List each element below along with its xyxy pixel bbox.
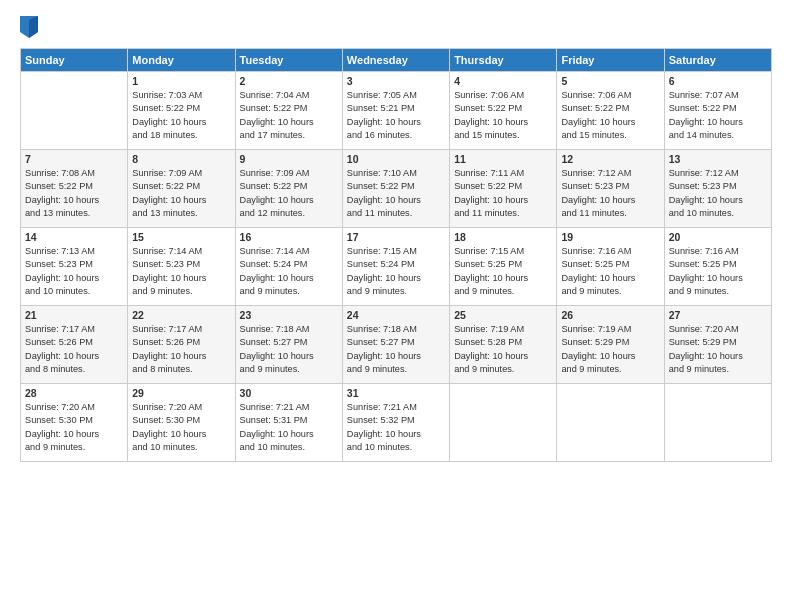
calendar-cell: 11Sunrise: 7:11 AM Sunset: 5:22 PM Dayli… bbox=[450, 150, 557, 228]
calendar-cell: 2Sunrise: 7:04 AM Sunset: 5:22 PM Daylig… bbox=[235, 72, 342, 150]
calendar-cell: 28Sunrise: 7:20 AM Sunset: 5:30 PM Dayli… bbox=[21, 384, 128, 462]
day-number: 3 bbox=[347, 75, 445, 87]
day-number: 16 bbox=[240, 231, 338, 243]
day-info: Sunrise: 7:19 AM Sunset: 5:29 PM Dayligh… bbox=[561, 323, 659, 376]
day-number: 1 bbox=[132, 75, 230, 87]
calendar-cell: 31Sunrise: 7:21 AM Sunset: 5:32 PM Dayli… bbox=[342, 384, 449, 462]
calendar-cell: 6Sunrise: 7:07 AM Sunset: 5:22 PM Daylig… bbox=[664, 72, 771, 150]
calendar-cell bbox=[21, 72, 128, 150]
day-number: 11 bbox=[454, 153, 552, 165]
day-info: Sunrise: 7:20 AM Sunset: 5:30 PM Dayligh… bbox=[25, 401, 123, 454]
weekday-header: Sunday bbox=[21, 49, 128, 72]
day-number: 30 bbox=[240, 387, 338, 399]
calendar-week-row: 14Sunrise: 7:13 AM Sunset: 5:23 PM Dayli… bbox=[21, 228, 772, 306]
day-number: 15 bbox=[132, 231, 230, 243]
calendar-cell bbox=[450, 384, 557, 462]
calendar-cell: 29Sunrise: 7:20 AM Sunset: 5:30 PM Dayli… bbox=[128, 384, 235, 462]
day-number: 23 bbox=[240, 309, 338, 321]
calendar-cell: 21Sunrise: 7:17 AM Sunset: 5:26 PM Dayli… bbox=[21, 306, 128, 384]
calendar-cell: 25Sunrise: 7:19 AM Sunset: 5:28 PM Dayli… bbox=[450, 306, 557, 384]
day-info: Sunrise: 7:11 AM Sunset: 5:22 PM Dayligh… bbox=[454, 167, 552, 220]
day-number: 26 bbox=[561, 309, 659, 321]
day-number: 28 bbox=[25, 387, 123, 399]
day-info: Sunrise: 7:18 AM Sunset: 5:27 PM Dayligh… bbox=[347, 323, 445, 376]
day-info: Sunrise: 7:14 AM Sunset: 5:23 PM Dayligh… bbox=[132, 245, 230, 298]
calendar-cell: 9Sunrise: 7:09 AM Sunset: 5:22 PM Daylig… bbox=[235, 150, 342, 228]
logo bbox=[20, 16, 42, 38]
day-number: 8 bbox=[132, 153, 230, 165]
calendar-cell: 10Sunrise: 7:10 AM Sunset: 5:22 PM Dayli… bbox=[342, 150, 449, 228]
day-number: 24 bbox=[347, 309, 445, 321]
calendar-cell: 7Sunrise: 7:08 AM Sunset: 5:22 PM Daylig… bbox=[21, 150, 128, 228]
day-info: Sunrise: 7:21 AM Sunset: 5:32 PM Dayligh… bbox=[347, 401, 445, 454]
calendar-cell: 26Sunrise: 7:19 AM Sunset: 5:29 PM Dayli… bbox=[557, 306, 664, 384]
day-number: 18 bbox=[454, 231, 552, 243]
calendar-cell bbox=[664, 384, 771, 462]
day-info: Sunrise: 7:09 AM Sunset: 5:22 PM Dayligh… bbox=[240, 167, 338, 220]
day-number: 17 bbox=[347, 231, 445, 243]
day-number: 19 bbox=[561, 231, 659, 243]
calendar-cell: 12Sunrise: 7:12 AM Sunset: 5:23 PM Dayli… bbox=[557, 150, 664, 228]
calendar-cell: 14Sunrise: 7:13 AM Sunset: 5:23 PM Dayli… bbox=[21, 228, 128, 306]
header-row: SundayMondayTuesdayWednesdayThursdayFrid… bbox=[21, 49, 772, 72]
day-info: Sunrise: 7:12 AM Sunset: 5:23 PM Dayligh… bbox=[669, 167, 767, 220]
calendar-cell: 23Sunrise: 7:18 AM Sunset: 5:27 PM Dayli… bbox=[235, 306, 342, 384]
day-info: Sunrise: 7:12 AM Sunset: 5:23 PM Dayligh… bbox=[561, 167, 659, 220]
calendar-table: SundayMondayTuesdayWednesdayThursdayFrid… bbox=[20, 48, 772, 462]
calendar-cell: 27Sunrise: 7:20 AM Sunset: 5:29 PM Dayli… bbox=[664, 306, 771, 384]
day-info: Sunrise: 7:16 AM Sunset: 5:25 PM Dayligh… bbox=[561, 245, 659, 298]
day-info: Sunrise: 7:03 AM Sunset: 5:22 PM Dayligh… bbox=[132, 89, 230, 142]
day-info: Sunrise: 7:06 AM Sunset: 5:22 PM Dayligh… bbox=[454, 89, 552, 142]
day-number: 2 bbox=[240, 75, 338, 87]
calendar-cell: 22Sunrise: 7:17 AM Sunset: 5:26 PM Dayli… bbox=[128, 306, 235, 384]
day-number: 20 bbox=[669, 231, 767, 243]
day-number: 21 bbox=[25, 309, 123, 321]
day-number: 31 bbox=[347, 387, 445, 399]
calendar-cell: 24Sunrise: 7:18 AM Sunset: 5:27 PM Dayli… bbox=[342, 306, 449, 384]
calendar-cell: 30Sunrise: 7:21 AM Sunset: 5:31 PM Dayli… bbox=[235, 384, 342, 462]
weekday-header: Monday bbox=[128, 49, 235, 72]
calendar-cell: 16Sunrise: 7:14 AM Sunset: 5:24 PM Dayli… bbox=[235, 228, 342, 306]
day-number: 7 bbox=[25, 153, 123, 165]
weekday-header: Tuesday bbox=[235, 49, 342, 72]
day-number: 29 bbox=[132, 387, 230, 399]
calendar-week-row: 7Sunrise: 7:08 AM Sunset: 5:22 PM Daylig… bbox=[21, 150, 772, 228]
day-info: Sunrise: 7:06 AM Sunset: 5:22 PM Dayligh… bbox=[561, 89, 659, 142]
day-info: Sunrise: 7:15 AM Sunset: 5:25 PM Dayligh… bbox=[454, 245, 552, 298]
logo-icon bbox=[20, 16, 38, 38]
day-number: 12 bbox=[561, 153, 659, 165]
day-info: Sunrise: 7:20 AM Sunset: 5:30 PM Dayligh… bbox=[132, 401, 230, 454]
day-number: 13 bbox=[669, 153, 767, 165]
day-number: 6 bbox=[669, 75, 767, 87]
header bbox=[20, 16, 772, 38]
day-number: 14 bbox=[25, 231, 123, 243]
day-number: 9 bbox=[240, 153, 338, 165]
day-number: 4 bbox=[454, 75, 552, 87]
day-number: 5 bbox=[561, 75, 659, 87]
day-info: Sunrise: 7:05 AM Sunset: 5:21 PM Dayligh… bbox=[347, 89, 445, 142]
day-info: Sunrise: 7:09 AM Sunset: 5:22 PM Dayligh… bbox=[132, 167, 230, 220]
day-number: 27 bbox=[669, 309, 767, 321]
day-info: Sunrise: 7:20 AM Sunset: 5:29 PM Dayligh… bbox=[669, 323, 767, 376]
calendar-cell bbox=[557, 384, 664, 462]
day-info: Sunrise: 7:08 AM Sunset: 5:22 PM Dayligh… bbox=[25, 167, 123, 220]
day-info: Sunrise: 7:15 AM Sunset: 5:24 PM Dayligh… bbox=[347, 245, 445, 298]
calendar-cell: 20Sunrise: 7:16 AM Sunset: 5:25 PM Dayli… bbox=[664, 228, 771, 306]
day-info: Sunrise: 7:14 AM Sunset: 5:24 PM Dayligh… bbox=[240, 245, 338, 298]
page: SundayMondayTuesdayWednesdayThursdayFrid… bbox=[0, 0, 792, 612]
day-info: Sunrise: 7:13 AM Sunset: 5:23 PM Dayligh… bbox=[25, 245, 123, 298]
day-info: Sunrise: 7:17 AM Sunset: 5:26 PM Dayligh… bbox=[132, 323, 230, 376]
calendar-cell: 5Sunrise: 7:06 AM Sunset: 5:22 PM Daylig… bbox=[557, 72, 664, 150]
calendar-week-row: 21Sunrise: 7:17 AM Sunset: 5:26 PM Dayli… bbox=[21, 306, 772, 384]
calendar-cell: 13Sunrise: 7:12 AM Sunset: 5:23 PM Dayli… bbox=[664, 150, 771, 228]
weekday-header: Thursday bbox=[450, 49, 557, 72]
calendar-week-row: 1Sunrise: 7:03 AM Sunset: 5:22 PM Daylig… bbox=[21, 72, 772, 150]
day-info: Sunrise: 7:04 AM Sunset: 5:22 PM Dayligh… bbox=[240, 89, 338, 142]
weekday-header: Saturday bbox=[664, 49, 771, 72]
calendar-cell: 17Sunrise: 7:15 AM Sunset: 5:24 PM Dayli… bbox=[342, 228, 449, 306]
day-number: 10 bbox=[347, 153, 445, 165]
calendar-cell: 1Sunrise: 7:03 AM Sunset: 5:22 PM Daylig… bbox=[128, 72, 235, 150]
day-info: Sunrise: 7:16 AM Sunset: 5:25 PM Dayligh… bbox=[669, 245, 767, 298]
weekday-header: Friday bbox=[557, 49, 664, 72]
day-number: 22 bbox=[132, 309, 230, 321]
